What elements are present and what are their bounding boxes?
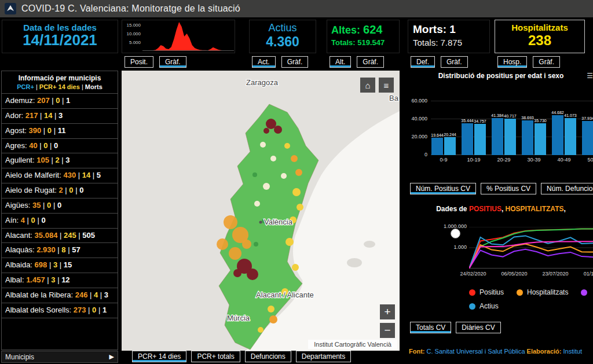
layers-button[interactable]: ≡: [379, 78, 394, 93]
bar[interactable]: 35.444: [462, 123, 473, 155]
y-tick: 60.000: [411, 98, 427, 104]
bar[interactable]: 34.757: [474, 124, 486, 155]
tab-hosp-graf[interactable]: Gràf.: [533, 56, 560, 68]
bar-value-label: 37.934: [581, 116, 593, 120]
tab-def-graf[interactable]: Gràf.: [441, 56, 468, 68]
legend-item: Actius: [469, 302, 499, 310]
tab-posit-graf[interactable]: Gràf.: [159, 56, 186, 68]
bar-group: 41.38440.717: [491, 118, 517, 155]
list-item[interactable]: Albalat de la Ribera: 246 | 4 | 3: [2, 288, 118, 303]
tab-alt[interactable]: Alt.: [330, 56, 351, 68]
tab-pcr14[interactable]: PCR+ 14 dies: [132, 351, 186, 362]
x-tick: 0-9: [431, 157, 456, 163]
bar[interactable]: 40.717: [504, 119, 516, 155]
bar[interactable]: 20.244: [444, 137, 456, 155]
list-item[interactable]: Aín: 4 | 0 | 0: [2, 214, 118, 229]
y-tick: 1.000: [413, 244, 467, 250]
list-item[interactable]: Alacant: 35.084 | 245 | 505: [2, 229, 118, 244]
time-slider-handle[interactable]: [451, 229, 460, 238]
tab-departaments[interactable]: Departaments: [296, 351, 351, 362]
list-item[interactable]: Ademuz: 207 | 0 | 1: [2, 94, 118, 109]
municipis-footer-bar[interactable]: Municipis ▶: [1, 351, 118, 363]
zoom-out-button[interactable]: −: [380, 323, 395, 338]
home-extent-button[interactable]: ⌂: [360, 78, 375, 93]
bar[interactable]: 44.682: [552, 115, 563, 155]
municipalities-panel: Informació per municipis PCR+ | PCR+ 14 …: [1, 71, 118, 350]
altes-value: 624: [363, 23, 382, 36]
bar-value-label: 20.244: [444, 133, 456, 137]
bar-group: 19.64420.244: [431, 137, 456, 155]
zoom-in-button[interactable]: +: [380, 304, 395, 319]
bar-group: 35.44434.757: [461, 123, 486, 155]
map-label-zaragoza: Zaragoza: [246, 78, 279, 87]
map-container[interactable]: Zaragoza Ba València Alacant / Alicante …: [122, 71, 400, 351]
age-chart-bars: 19.64420.24435.44434.75741.38440.71738.6…: [431, 101, 593, 155]
tab-diaries-cv[interactable]: Diàries CV: [456, 322, 500, 333]
panel-menu-icon[interactable]: ☰: [587, 72, 593, 80]
tab-act-graf[interactable]: Gràf.: [281, 56, 309, 68]
list-item[interactable]: Ador: 217 | 14 | 3: [2, 109, 118, 124]
legend-item: [581, 288, 591, 296]
y-tick: 20.000: [411, 134, 427, 139]
tab-act[interactable]: Act.: [252, 56, 276, 68]
tab-posit[interactable]: Posit.: [125, 56, 153, 68]
y-tick: 0: [424, 152, 427, 157]
tab-num-defuncions[interactable]: Núm. Defuncions: [541, 183, 593, 194]
list-item[interactable]: Albalat dels Sorells: 273 | 0 | 1: [2, 303, 118, 318]
list-item[interactable]: Agost: 390 | 0 | 11: [2, 124, 118, 139]
positius-card: 15.000 10.000 5.000 Posit. Gràf.: [122, 20, 235, 53]
tab-alt-graf[interactable]: Gràf.: [357, 56, 384, 68]
actius-value: 4.360: [250, 34, 316, 50]
list-item[interactable]: Albaida: 698 | 3 | 15: [2, 258, 118, 273]
x-tick: 23/07/2020: [542, 271, 568, 277]
layers-icon: ≡: [384, 80, 389, 90]
x-tick: 40-49: [551, 157, 577, 163]
tab-defuncions[interactable]: Defuncions: [245, 351, 291, 362]
legend-dot: [581, 289, 587, 296]
y-tick: 10.000: [122, 30, 141, 38]
bar-value-label: 35.730: [534, 119, 546, 123]
map-label-alacant: Alacant / Alicante: [256, 291, 314, 299]
legend-separator: |: [82, 83, 83, 90]
list-item[interactable]: Alaquàs: 2.930 | 8 | 57: [2, 243, 118, 258]
map-canvas[interactable]: Zaragoza Ba València Alacant / Alicante …: [122, 71, 400, 351]
legend-pcr: PCR+: [17, 83, 34, 90]
tab-pcr-totals[interactable]: PCR+ totals: [191, 351, 240, 362]
tab-pct-positius-cv[interactable]: % Positius CV: [481, 183, 536, 194]
font-link[interactable]: C. Sanitat Universal i Salut Pública: [427, 348, 525, 355]
bar-group: 37.93435.440: [581, 121, 593, 155]
tab-hosp[interactable]: Hosp.: [497, 56, 527, 68]
tab-totals-cv[interactable]: Totals CV: [410, 322, 451, 333]
age-chart-title: Distribució de positius per edat i sexo: [409, 72, 593, 80]
map-island: [347, 258, 362, 267]
timeline-svg[interactable]: [469, 227, 593, 269]
bar[interactable]: 19.644: [431, 138, 443, 155]
elaboracio-link[interactable]: Institut: [563, 348, 582, 355]
list-item[interactable]: Agullent: 105 | 2 | 3: [2, 153, 118, 168]
bar[interactable]: 35.730: [535, 123, 546, 155]
list-item[interactable]: Aielo de Malferit: 430 | 14 | 5: [2, 168, 118, 183]
bar-value-label: 44.682: [551, 111, 563, 115]
map-label-murcia: Múrcia: [227, 314, 250, 322]
age-chart-ylabels: 60.000 40.000 20.000 0: [409, 101, 429, 155]
bar[interactable]: 38.693: [522, 120, 533, 155]
list-item[interactable]: Albal: 1.457 | 3 | 12: [2, 273, 118, 288]
bar-value-label: 40.717: [504, 114, 516, 118]
legend-dot: [517, 289, 523, 296]
bar[interactable]: 41.073: [565, 118, 576, 155]
x-tick: 20-29: [491, 157, 517, 163]
x-tick: 06/05/2020: [501, 271, 527, 277]
altes-card: Altes: 624 Totals: 519.547 Alt. Gràf.: [327, 20, 400, 53]
tab-def[interactable]: Def.: [411, 56, 435, 68]
app-logo-icon: [5, 3, 16, 14]
timeline-series: [469, 236, 593, 269]
tab-num-positius-cv[interactable]: Núm. Positius CV: [410, 183, 476, 194]
list-item[interactable]: Aielo de Rugat: 2 | 0 | 0: [2, 183, 118, 198]
list-item[interactable]: Aigües: 35 | 0 | 0: [2, 198, 118, 214]
bar[interactable]: 41.384: [492, 118, 503, 155]
x-tick: 24/02/2020: [460, 271, 486, 277]
date-card-value: 14/11/2021: [2, 32, 118, 48]
bar[interactable]: 37.934: [582, 121, 593, 155]
chevron-right-icon[interactable]: ▶: [109, 353, 114, 361]
list-item[interactable]: Agres: 40 | 0 | 0: [2, 139, 118, 154]
